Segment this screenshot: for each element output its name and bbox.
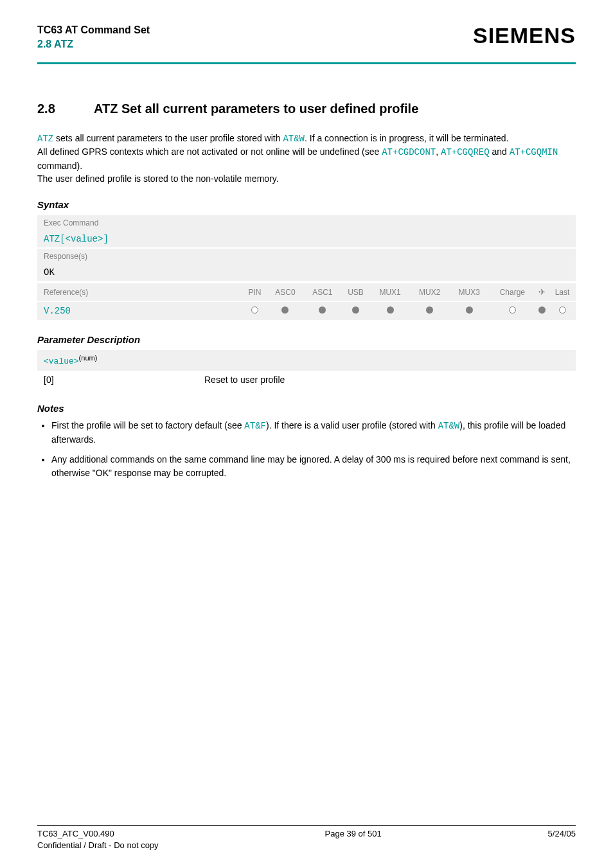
footer-version: TC63_ATC_V00.490 xyxy=(37,828,159,840)
col-mux2: MUX2 xyxy=(410,283,450,301)
link-cgqmin[interactable]: AT+CGQMIN xyxy=(510,147,558,157)
intro-text: ATZ sets all current parameters to the u… xyxy=(37,132,576,185)
reference-table: Reference(s) PIN ASC0 ASC1 USB MUX1 MUX2… xyxy=(37,283,576,320)
intro-text-frag: . If a connection is in progress, it wil… xyxy=(305,133,508,143)
cmd-text: ] xyxy=(103,234,108,244)
syntax-block: Exec Command ATZ[<value>] Response(s) OK xyxy=(37,215,576,281)
param-value-row: [0] Reset to user profile xyxy=(37,371,576,389)
link-atz[interactable]: ATZ xyxy=(37,134,53,144)
link-cgdcont[interactable]: AT+CGDCONT xyxy=(382,147,436,157)
dot-filled-icon xyxy=(387,306,394,314)
link-cgqreq[interactable]: AT+CGQREQ xyxy=(441,147,490,157)
response-value: OK xyxy=(37,264,576,281)
dot-filled-icon xyxy=(426,306,433,314)
notes-list: First the profile will be set to factory… xyxy=(37,419,576,480)
state-usb xyxy=(341,301,371,320)
state-asc1 xyxy=(304,301,341,320)
exec-command: ATZ[<value>] xyxy=(37,231,576,247)
dot-filled-icon xyxy=(281,306,289,314)
dot-filled-icon xyxy=(352,306,359,314)
footer-date: 5/24/05 xyxy=(548,828,576,851)
col-usb: USB xyxy=(341,283,371,301)
col-asc1: ASC1 xyxy=(304,283,341,301)
param-token-sup: (num) xyxy=(79,354,98,362)
cmd-text: ATZ[ xyxy=(44,234,66,244)
syntax-heading: Syntax xyxy=(37,199,576,210)
param-desc: Reset to user profile xyxy=(204,375,285,385)
param-heading: Parameter Description xyxy=(37,334,576,345)
exec-label: Exec Command xyxy=(37,215,576,231)
state-pin xyxy=(243,301,267,320)
note-item: First the profile will be set to factory… xyxy=(51,419,576,447)
note-item: Any additional commands on the same comm… xyxy=(51,453,576,480)
section-number: 2.8 xyxy=(37,102,63,116)
col-charge: Charge xyxy=(489,283,536,301)
note-text: First the profile will be set to factory… xyxy=(51,420,244,430)
col-mux3: MUX3 xyxy=(449,283,489,301)
link-atf[interactable]: AT&F xyxy=(244,421,266,431)
dot-filled-icon xyxy=(319,306,326,314)
col-last: Last xyxy=(549,283,576,301)
intro-text-frag: and xyxy=(490,146,510,157)
dot-empty-icon xyxy=(559,306,566,314)
state-mux3 xyxy=(449,301,489,320)
state-charge xyxy=(489,301,536,320)
brand-logo: SIEMENS xyxy=(473,23,576,48)
section-title: ATZ Set all current parameters to user d… xyxy=(94,102,418,116)
link-atw-note[interactable]: AT&W xyxy=(438,421,460,431)
footer-page: Page 39 of 501 xyxy=(325,828,382,851)
link-atw[interactable]: AT&W xyxy=(283,134,305,144)
notes-heading: Notes xyxy=(37,403,576,414)
state-mux1 xyxy=(370,301,410,320)
doc-subtitle: 2.8 ATZ xyxy=(37,37,150,51)
footer-confidential: Confidential / Draft - Do not copy xyxy=(37,840,159,851)
dot-filled-icon xyxy=(538,306,546,314)
plane-icon: ✈ xyxy=(538,287,546,297)
intro-text-frag: command). xyxy=(37,161,82,171)
param-value-token: <value>(num) xyxy=(37,350,576,370)
state-asc0 xyxy=(267,301,304,320)
intro-text-frag: sets all current parameters to the user … xyxy=(53,133,283,143)
state-plane xyxy=(536,301,549,320)
state-mux2 xyxy=(410,301,450,320)
col-plane: ✈ xyxy=(536,283,549,301)
reference-value: V.250 xyxy=(37,301,243,320)
intro-text-frag: , xyxy=(436,146,441,157)
intro-text-frag: The user defined profile is stored to th… xyxy=(37,173,279,184)
header-divider xyxy=(37,62,576,64)
dot-empty-icon xyxy=(251,306,258,314)
footer: TC63_ATC_V00.490 Confidential / Draft - … xyxy=(37,825,576,851)
doc-title: TC63 AT Command Set xyxy=(37,23,150,37)
note-text: ). If there is a valid user profile (sto… xyxy=(266,420,438,430)
col-asc0: ASC0 xyxy=(267,283,304,301)
dot-filled-icon xyxy=(466,306,473,314)
param-key: [0] xyxy=(44,375,204,385)
state-last xyxy=(549,301,576,320)
reference-label: Reference(s) xyxy=(37,283,243,301)
col-pin: PIN xyxy=(243,283,267,301)
dot-empty-icon xyxy=(509,306,516,314)
intro-text-frag: All defined GPRS contexts which are not … xyxy=(37,146,382,157)
link-value-param[interactable]: <value> xyxy=(66,234,103,244)
col-mux1: MUX1 xyxy=(370,283,410,301)
param-token: <value> xyxy=(44,357,79,367)
response-label: Response(s) xyxy=(37,247,576,264)
